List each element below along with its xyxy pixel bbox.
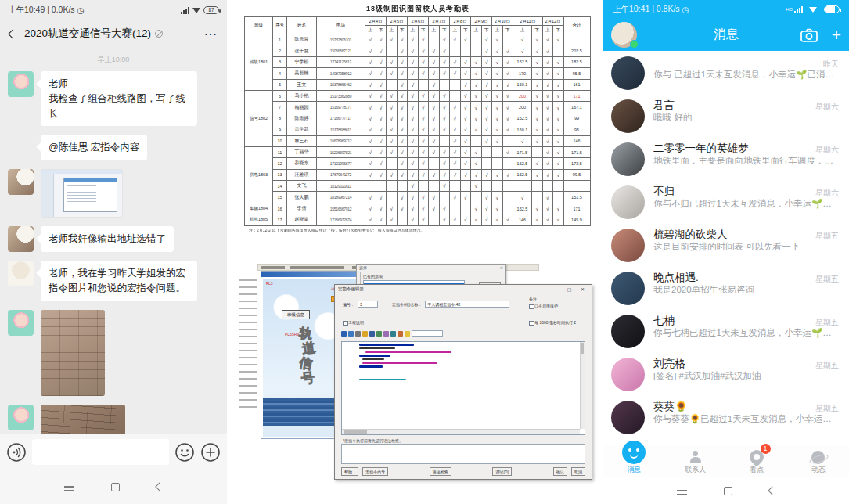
message-time: 星期六: [815, 102, 839, 113]
table-row: 2张千慧15066667121√√√√√√√√√√√√√202.5: [245, 45, 591, 56]
tab-moments[interactable]: 动态: [788, 445, 849, 477]
message-preview: [签名] #武汉加油#武汉加油: [653, 370, 835, 382]
cancel-button: 取消: [571, 467, 585, 476]
android-back-icon[interactable]: [155, 482, 164, 491]
toolbar-icon: [355, 331, 361, 337]
message-preview: 地铁里面，主要是面向地铁里面行车调度，但…: [653, 155, 835, 167]
toolbar-icon: [348, 331, 354, 337]
message-time: 星期五: [815, 274, 839, 285]
macro-editor-dialog: 宏指令编辑器 — ▢ ✕ 编号： 3 宏指令(组)名称： 平入调相宏指令.42 …: [334, 284, 592, 480]
table-row: 15张大鹏18189967214√√√√√√√√√√√√151.5: [245, 192, 591, 203]
list-item[interactable]: 君言星期六哦哦 好的: [603, 94, 849, 137]
list-item[interactable]: 二零零一年的英雄梦星期六地铁里面，主要是面向地铁里面行车调度，但…: [603, 137, 849, 180]
moments-tab-icon: [811, 451, 825, 464]
message-preview: 我是2020单招生张易咨询: [653, 284, 835, 296]
signal-icon: [794, 6, 803, 13]
dialog-title: 宏指令编辑器: [338, 286, 364, 292]
chat-bubble[interactable]: @陈佳思 宏指令内容: [41, 135, 147, 160]
toolbar-icon: [341, 331, 347, 337]
list-item[interactable]: 七柟星期五你与七柟已超过1天未互发消息，小幸运🌱已…: [603, 309, 849, 352]
conversation-list: 昨天你与 已超过1天未互发消息，小幸运🌱已消…君言星期六哦哦 好的二零零一年的英…: [603, 51, 849, 445]
chat-image-photo[interactable]: [41, 405, 125, 434]
avatar[interactable]: [611, 229, 645, 262]
battery-icon: 87: [203, 6, 219, 14]
avatar[interactable]: [611, 401, 645, 434]
chat-image-screenshot[interactable]: [41, 169, 123, 218]
more-menu-button[interactable]: ···: [204, 27, 218, 40]
message-preview: 这是目前安排的时间表 可以先看一下: [653, 241, 835, 253]
toolbar-icon: [376, 331, 382, 337]
camera-icon[interactable]: [800, 28, 818, 42]
table-row: 14文飞16129021611√√√: [245, 181, 591, 192]
voice-icon[interactable]: [6, 442, 27, 463]
table-row: 10林三石16678969712√√√√√√√√√√√√√√√146: [245, 135, 591, 146]
avatar[interactable]: [8, 226, 34, 252]
avatar[interactable]: [611, 56, 645, 90]
avatar[interactable]: [611, 99, 645, 133]
plus-icon[interactable]: [200, 442, 221, 463]
avatar[interactable]: [611, 272, 645, 305]
contact-name: 刘亮格: [653, 357, 810, 370]
table-row: 7梅丽园15169778177√√√√√√√√√√√√√√200√√√167.1: [245, 102, 591, 113]
android-home-icon[interactable]: [111, 483, 120, 491]
android-menu-icon[interactable]: [64, 484, 74, 491]
wifi-icon: [192, 8, 200, 13]
list-item[interactable]: 昨天你与 已超过1天未互发消息，小幸运🌱已消…: [603, 51, 849, 94]
tab-messages[interactable]: 消息: [603, 445, 665, 477]
table-row: 5王文15378866462√√√√√√√√√√160.1√√√161: [245, 79, 591, 90]
add-icon[interactable]: +: [832, 27, 841, 43]
avatar[interactable]: [8, 310, 34, 336]
android-back-icon[interactable]: [768, 486, 776, 495]
android-menu-icon[interactable]: [677, 488, 687, 495]
chat-message-area: 早上10:08 老师 我检查了组合柜线路图，写了线长@陈佳思 宏指令内容老师我好…: [0, 47, 227, 434]
avatar[interactable]: [8, 261, 34, 286]
code-line: [359, 347, 395, 350]
avatar[interactable]: [611, 315, 645, 348]
software-screenshot-image[interactable]: FL3 班级信息 进入运行 PL35R6 轨道信号 选择✕ 已有的选项 画面1 …: [239, 264, 592, 493]
avatar[interactable]: [611, 185, 645, 219]
table-footnote: 注：2月12日 以上考勤由各班负责人每日统计上报，按时打卡签到并登记；每人须每日…: [244, 226, 592, 232]
dialog-note: *宏指令执行前请先进行语法检查。: [343, 438, 403, 443]
emoji-icon[interactable]: [174, 442, 195, 463]
chat-message-row: 老师 我检查了组合柜线路图，写了线长: [8, 71, 219, 126]
code-line: [365, 351, 451, 354]
chat-message-row: [8, 169, 219, 218]
message-input[interactable]: [32, 439, 169, 465]
qq-messages-panel: 上午10:41 | 0.8K/s ◷ HD 消息 + 昨天你与 已超过1天未互发…: [603, 0, 849, 504]
tab-kandian[interactable]: 看点 1: [726, 445, 788, 477]
avatar[interactable]: [8, 135, 34, 160]
contact-name: 晚点相遇.: [653, 271, 810, 284]
canvas-button: 班级信息: [282, 310, 310, 319]
table-row: 3宁学松17741125812√√√√√√√√√√√√√√152.5√√√182…: [245, 56, 591, 67]
chat-bubble[interactable]: 老师，我在学习昨天学姐发的宏指令图片和您说的宏指令问题。: [41, 261, 197, 301]
toolbox-text-list: [239, 275, 257, 408]
tab-contacts[interactable]: 联系人: [665, 445, 727, 477]
list-item[interactable]: 梳碧湖的砍柴人星期五这是目前安排的时间表 可以先看一下: [603, 223, 849, 266]
syntax-check-button: 语法检查: [430, 467, 451, 476]
help-button: 帮助...: [341, 467, 358, 476]
avatar[interactable]: [8, 405, 34, 430]
wechat-status-bar: 上午10:49 | 0.0K/s ◷ 87: [0, 0, 227, 20]
my-avatar[interactable]: [611, 22, 637, 48]
chat-bubble[interactable]: 老师我好像输出地址选错了: [41, 226, 174, 252]
toolbar-icon: [362, 331, 368, 337]
back-icon[interactable]: [8, 29, 18, 39]
number-label: 编号：: [343, 302, 354, 307]
canvas-red-label: FL3: [266, 281, 273, 286]
battery-icon: [824, 5, 840, 13]
avatar[interactable]: [8, 169, 34, 195]
avatar[interactable]: [8, 71, 34, 97]
attendance-table-image[interactable]: 18级制图识图留校人员考勤表 班级序号姓名电话2月4日2月5日2月6日2月7日2…: [244, 2, 592, 243]
android-home-icon[interactable]: [724, 487, 732, 495]
chat-bubble[interactable]: 老师 我检查了组合柜线路图，写了线长: [41, 71, 197, 126]
list-item[interactable]: 葵葵🌻星期五你与葵葵🌻已超过1天未互发消息，小幸运🌱…: [603, 395, 849, 438]
contact-name: 葵葵🌻: [653, 400, 810, 413]
chat-image-photo[interactable]: [41, 310, 105, 396]
list-item[interactable]: 刘亮格星期五[签名] #武汉加油#武汉加油: [603, 352, 849, 395]
avatar[interactable]: [611, 142, 645, 176]
list-item[interactable]: 不归星期六你与不归已超过1天未互发消息，小幸运🌱已…: [603, 180, 849, 223]
list-item[interactable]: 晚点相遇.星期五我是2020单招生张易咨询: [603, 266, 849, 309]
close-icon: ✕: [500, 265, 503, 270]
table-row: 8陈雨婷17166777717√√√√√√√√√√√√√√152.5√√√99: [245, 113, 591, 124]
avatar[interactable]: [611, 358, 645, 391]
